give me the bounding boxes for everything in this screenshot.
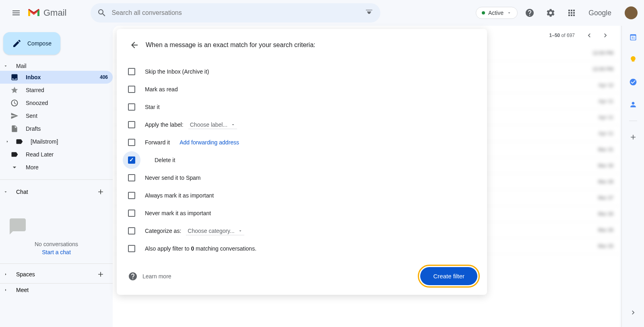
collapse-panel-button[interactable] [625,304,641,321]
meet-section: Meet [0,283,113,295]
meet-header[interactable]: Meet [0,285,113,295]
chevron-right-icon [629,308,637,317]
filter-label: Forward it [145,139,170,146]
active-dot-icon [482,11,485,14]
spaces-header[interactable]: Spaces [0,265,113,283]
add-addon-button[interactable] [625,129,641,145]
checkbox-always-important[interactable] [128,192,135,199]
create-filter-button[interactable]: Create filter [420,267,477,285]
filter-label: Delete it [155,157,175,163]
filter-row-categorize: Categorize as: Choose category... [128,222,477,240]
hamburger-icon [11,8,21,18]
filter-label: Apply the label: [145,121,184,128]
clock-icon [10,99,19,107]
divider [629,121,637,121]
filter-row-neverspam: Never send it to Spam [128,169,477,187]
checkbox-forward[interactable] [128,139,135,146]
contacts-icon [629,101,637,109]
checkbox-mark-read[interactable] [128,86,135,93]
svg-text:31: 31 [631,36,634,39]
checkbox-star[interactable] [128,103,135,111]
main-menu-button[interactable] [6,3,26,23]
gear-icon [546,8,555,18]
active-label: Active [488,10,504,16]
back-button[interactable] [126,37,142,53]
checkbox-categorize[interactable] [128,227,135,234]
chevron-right-icon [3,272,8,277]
checkbox-skip-inbox[interactable] [128,68,135,75]
category-select[interactable]: Choose category... [186,227,244,235]
sidebar-item-more[interactable]: More [0,161,113,174]
learn-more-link[interactable]: Learn more [128,271,171,281]
sidebar-item-starred[interactable]: Starred [0,84,113,97]
apps-button[interactable] [563,4,580,22]
add-forwarding-link[interactable]: Add forwarding address [180,139,239,146]
sidebar-item-sent[interactable]: Sent [0,109,113,122]
sidebar-item-drafts[interactable]: Drafts [0,122,113,135]
filter-row-neverimportant: Never mark it as important [128,204,477,222]
dialog-footer: Learn more Create filter [126,267,477,285]
checkbox-never-important[interactable] [128,210,135,217]
right-sidebar: 31 [621,26,644,327]
dialog-header: When a message is an exact match for you… [126,37,477,53]
search-options-icon[interactable] [364,8,374,18]
checkbox-also-apply[interactable] [128,245,135,252]
chat-header-label: Chat [16,189,28,195]
tasks-button[interactable] [625,74,641,90]
chat-empty-state: No conversations Start a chat [0,201,113,263]
chevron-right-icon [5,139,13,144]
next-page-button[interactable] [597,27,613,43]
sidebar-item-mailstrom[interactable]: [Mailstrom] [0,135,113,148]
chevron-down-icon [238,228,243,233]
checkbox-delete[interactable] [128,156,135,164]
chat-empty-text: No conversations [8,241,105,247]
label-select[interactable]: Choose label... [188,121,237,129]
chat-header[interactable]: Chat [0,183,113,201]
search-bar[interactable] [91,3,380,23]
checkbox-apply-label[interactable] [128,121,135,128]
nav-label: Drafts [26,125,108,132]
mail-section: Mail Inbox 406 Starred Snoozed Sent Draf… [0,61,113,174]
support-button[interactable] [521,4,539,22]
chevron-down-icon [3,189,8,194]
mail-header[interactable]: Mail [0,61,113,71]
filter-label: Always mark it as important [145,192,214,199]
settings-button[interactable] [542,4,559,22]
compose-button[interactable]: Compose [3,32,60,55]
sidebar-item-readlater[interactable]: Read Later [0,148,113,161]
page-info: 1–50 of 697 [549,33,575,38]
prev-page-button[interactable] [581,27,597,43]
star-icon [10,86,19,94]
sidebar-item-inbox[interactable]: Inbox 406 [0,71,113,84]
start-chat-link[interactable]: Start a chat [8,249,105,255]
nav-count: 406 [100,74,108,80]
filter-row-star: Star it [128,98,477,116]
chat-bubble-icon [8,217,105,236]
mail-header-label: Mail [16,63,27,69]
contacts-button[interactable] [625,97,641,113]
calendar-icon: 31 [629,33,637,41]
logo-text: Gmail [43,8,66,18]
meet-header-label: Meet [16,287,29,293]
chevron-right-icon [601,31,609,39]
inbox-icon [10,73,19,81]
filter-row-delete: Delete it [128,151,477,169]
nav-label: Inbox [26,74,100,80]
sidebar-item-snoozed[interactable]: Snoozed [0,97,113,109]
tasks-icon [629,78,637,86]
gmail-logo[interactable]: Gmail [27,8,66,18]
keep-button[interactable] [625,51,641,68]
new-space-button[interactable] [93,267,108,282]
search-input[interactable] [111,9,364,16]
keep-icon [629,56,637,64]
calendar-button[interactable]: 31 [625,29,641,45]
account-avatar[interactable] [625,6,638,19]
new-chat-button[interactable] [93,185,108,199]
checkbox-never-spam[interactable] [128,174,135,181]
help-icon [128,271,138,281]
sidebar: Compose Mail Inbox 406 Starred Snoozed S… [0,26,113,327]
filter-row-label: Apply the label: Choose label... [128,116,477,134]
active-status-badge[interactable]: Active [476,7,518,19]
header: Gmail Active Google [0,0,644,26]
search-container [91,3,380,23]
